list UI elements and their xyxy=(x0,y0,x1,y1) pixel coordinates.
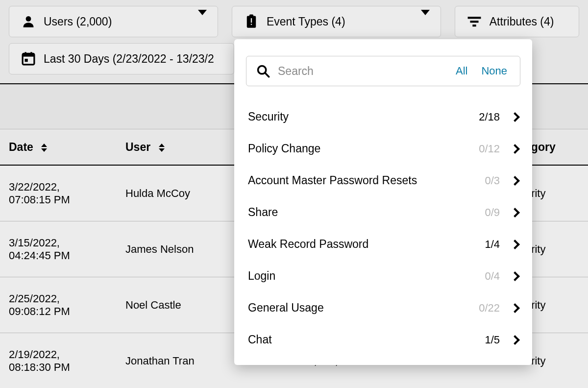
event-category-item[interactable]: Security2/18 xyxy=(246,101,520,133)
event-category-name: Share xyxy=(248,206,485,219)
svg-rect-10 xyxy=(25,52,26,55)
chevron-right-icon xyxy=(510,176,520,186)
svg-rect-4 xyxy=(251,24,252,25)
filter-bar: Users (2,000) Event Types (4) Attributes… xyxy=(0,0,588,37)
svg-rect-11 xyxy=(30,52,32,55)
event-category-name: Weak Record Password xyxy=(248,238,485,251)
event-category-item[interactable]: General Usage0/22 xyxy=(246,292,520,324)
chevron-right-icon xyxy=(510,240,520,249)
dropdown-search: All None xyxy=(246,56,520,86)
cell-date-l1: 3/15/2022, xyxy=(9,237,108,249)
col-header-date-label: Date xyxy=(9,141,33,153)
users-filter-label: Users (2,000) xyxy=(44,15,187,28)
cell-user: Jonathan Tran xyxy=(117,355,247,367)
event-category-name: Policy Change xyxy=(248,142,479,155)
chevron-right-icon xyxy=(510,271,520,281)
event-category-count: 2/18 xyxy=(479,111,500,123)
attributes-filter[interactable]: Attributes (4) xyxy=(455,6,579,37)
filter-list-icon xyxy=(466,16,483,27)
svg-rect-5 xyxy=(467,17,481,19)
date-range-filter[interactable]: Last 30 Days (2/23/2022 - 13/23/2 xyxy=(9,43,234,74)
select-none-button[interactable]: None xyxy=(478,65,510,77)
date-range-label: Last 30 Days (2/23/2022 - 13/23/2 xyxy=(44,52,223,66)
users-filter[interactable]: Users (2,000) xyxy=(9,6,218,37)
event-category-count: 0/4 xyxy=(485,270,500,283)
calendar-icon xyxy=(20,51,37,66)
caret-down-icon xyxy=(421,15,430,28)
caret-down-icon xyxy=(198,15,207,28)
svg-rect-6 xyxy=(470,21,478,23)
svg-line-14 xyxy=(265,73,269,77)
event-category-name: Account Master Password Resets xyxy=(248,174,485,187)
chevron-right-icon xyxy=(510,112,520,122)
cell-date-l2: 04:24:45 PM xyxy=(9,249,108,262)
svg-point-0 xyxy=(26,16,31,22)
event-category-name: General Usage xyxy=(248,301,479,315)
event-category-count: 1/4 xyxy=(485,238,500,251)
sort-icon xyxy=(41,144,47,152)
cell-date-l1: 2/19/2022, xyxy=(9,348,108,361)
event-category-item[interactable]: Weak Record Password1/4 xyxy=(246,228,520,260)
svg-rect-2 xyxy=(249,15,253,18)
svg-rect-7 xyxy=(472,24,476,26)
dropdown-search-input[interactable] xyxy=(278,65,445,78)
cell-date-l2: 09:08:12 PM xyxy=(9,305,108,318)
chevron-right-icon xyxy=(510,144,520,154)
event-types-filter-label: Event Types (4) xyxy=(267,15,410,28)
col-header-user-label: User xyxy=(125,141,150,153)
event-types-dropdown: All None Security2/18Policy Change0/12Ac… xyxy=(234,39,532,365)
event-category-count: 0/9 xyxy=(485,206,500,219)
cell-user: Hulda McCoy xyxy=(117,187,247,200)
event-category-list: Security2/18Policy Change0/12Account Mas… xyxy=(246,101,520,356)
chevron-right-icon xyxy=(510,335,520,345)
select-all-button[interactable]: All xyxy=(453,65,470,77)
event-category-name: Chat xyxy=(248,333,485,346)
person-icon xyxy=(20,15,37,28)
sort-icon xyxy=(159,144,165,152)
svg-rect-3 xyxy=(251,18,252,23)
event-category-count: 0/3 xyxy=(485,174,500,187)
chevron-right-icon xyxy=(510,303,520,313)
clipboard-alert-icon xyxy=(243,14,260,29)
event-category-item[interactable]: Account Master Password Resets0/3 xyxy=(246,165,520,196)
event-category-count: 0/22 xyxy=(479,302,500,315)
event-category-count: 1/5 xyxy=(485,334,500,346)
cell-date-l1: 3/22/2022, xyxy=(9,181,108,194)
cell-date-l2: 07:08:15 PM xyxy=(9,194,108,206)
col-header-date[interactable]: Date xyxy=(0,141,117,154)
svg-rect-9 xyxy=(23,53,34,56)
event-category-item[interactable]: Policy Change0/12 xyxy=(246,133,520,165)
event-category-item[interactable]: Login0/4 xyxy=(246,260,520,292)
event-types-filter[interactable]: Event Types (4) xyxy=(232,6,441,37)
event-category-item[interactable]: Share0/9 xyxy=(246,196,520,228)
event-category-name: Security xyxy=(248,110,479,123)
svg-rect-12 xyxy=(25,59,28,62)
col-header-user[interactable]: User xyxy=(117,141,247,154)
event-category-count: 0/12 xyxy=(479,143,500,155)
cell-date-l1: 2/25/2022, xyxy=(9,292,108,305)
cell-user: Noel Castle xyxy=(117,299,247,312)
chevron-right-icon xyxy=(510,208,520,218)
cell-date-l2: 08:18:30 PM xyxy=(9,361,108,374)
attributes-filter-label: Attributes (4) xyxy=(490,15,568,28)
event-category-name: Login xyxy=(248,269,485,283)
search-icon xyxy=(256,64,270,78)
cell-user: James Nelson xyxy=(117,243,247,256)
event-category-item[interactable]: Chat1/5 xyxy=(246,324,520,356)
